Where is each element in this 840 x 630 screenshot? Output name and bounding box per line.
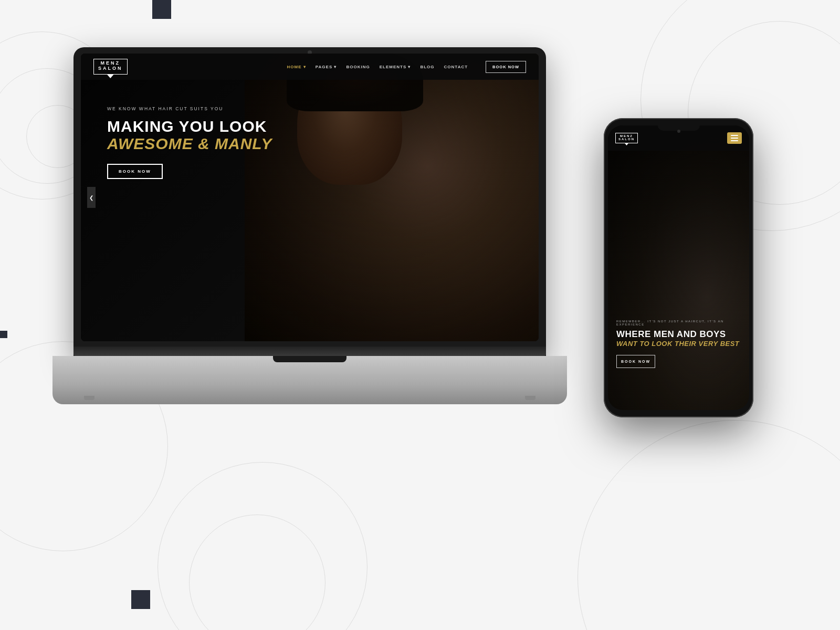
laptop-foot-right xyxy=(525,396,536,400)
phone-camera xyxy=(677,130,680,133)
nav-item-booking[interactable]: BOOKING xyxy=(346,65,370,69)
phone-logo: MENZ SALON xyxy=(615,133,638,143)
laptop-book-now-button[interactable]: BOOK NOW xyxy=(486,61,526,73)
hamburger-line-3 xyxy=(731,140,738,141)
laptop-screen-bezel: MENZ SALON HOME ▾ PAGES ▾ BOOKING ELEMEN… xyxy=(81,54,539,341)
nav-item-elements[interactable]: ELEMENTS ▾ xyxy=(380,65,411,69)
hamburger-line-1 xyxy=(731,135,738,136)
nav-item-contact[interactable]: CONTACT xyxy=(444,65,468,69)
phone-hero-subtitle: REMEMBER... IT'S NOT JUST A HAIRCUT, IT'… xyxy=(616,320,741,326)
laptop-hero-subtitle: WE KNOW WHAT HAIR CUT SUITS YOU xyxy=(107,106,272,111)
laptop-notch xyxy=(273,356,346,362)
laptop-nav-menu: HOME ▾ PAGES ▾ BOOKING ELEMENTS ▾ BLOG C… xyxy=(287,61,526,73)
nav-item-home[interactable]: HOME ▾ xyxy=(287,65,306,69)
decorative-square xyxy=(131,590,150,609)
phone-mockup: MENZ SALON REMEMBER... IT'S NOT JUST A xyxy=(604,118,753,417)
logo-text-2: SALON xyxy=(98,66,123,71)
laptop-navbar: MENZ SALON HOME ▾ PAGES ▾ BOOKING ELEMEN… xyxy=(81,54,539,80)
laptop-foot-left xyxy=(84,396,94,400)
phone-hero-book-button[interactable]: BOOK NOW xyxy=(616,355,655,368)
laptop-mockup: MENZ SALON HOME ▾ PAGES ▾ BOOKING ELEMEN… xyxy=(74,47,546,404)
laptop-base xyxy=(74,346,546,404)
phone-hero-title-line1: WHERE MEN AND BOYS xyxy=(616,329,741,340)
logo-badge: MENZ SALON xyxy=(93,59,128,75)
laptop-website: MENZ SALON HOME ▾ PAGES ▾ BOOKING ELEMEN… xyxy=(81,54,539,341)
laptop-logo: MENZ SALON xyxy=(93,59,128,75)
phone-screen: MENZ SALON REMEMBER... IT'S NOT JUST A xyxy=(608,125,749,410)
bg-circle xyxy=(578,420,840,630)
laptop-hero-title-line2: AWESOME & MANLY xyxy=(107,135,272,152)
nav-item-blog[interactable]: BLOG xyxy=(420,65,434,69)
laptop-hero-overlay xyxy=(81,54,539,341)
hamburger-line-2 xyxy=(731,138,738,139)
bg-circle xyxy=(158,462,368,630)
slider-prev-arrow[interactable] xyxy=(87,187,96,208)
decorative-square xyxy=(152,0,171,19)
bg-circle xyxy=(189,514,326,630)
phone-logo-text-2: SALON xyxy=(618,138,635,141)
laptop-body: MENZ SALON HOME ▾ PAGES ▾ BOOKING ELEMEN… xyxy=(74,47,546,357)
laptop-bottom xyxy=(52,356,567,404)
phone-website: MENZ SALON REMEMBER... IT'S NOT JUST A xyxy=(608,125,749,410)
laptop-hinge xyxy=(74,346,546,356)
phone-hamburger-button[interactable] xyxy=(727,132,742,144)
laptop-hero-book-button[interactable]: BOOK NOW xyxy=(107,164,163,179)
laptop-hero-title-line1: MAKING YOU LOOK xyxy=(107,118,272,135)
phone-body: MENZ SALON REMEMBER... IT'S NOT JUST A xyxy=(604,118,753,417)
phone-logo-badge: MENZ SALON xyxy=(615,133,638,143)
phone-hero-content: REMEMBER... IT'S NOT JUST A HAIRCUT, IT'… xyxy=(616,320,741,368)
phone-hero-title-line2: WANT TO LOOK THEIR VERY BEST xyxy=(616,340,741,348)
page-scene: MENZ SALON HOME ▾ PAGES ▾ BOOKING ELEMEN… xyxy=(0,0,840,630)
decorative-square xyxy=(0,331,7,338)
nav-item-pages[interactable]: PAGES ▾ xyxy=(316,65,337,69)
laptop-hero-content: WE KNOW WHAT HAIR CUT SUITS YOU MAKING Y… xyxy=(107,106,272,179)
